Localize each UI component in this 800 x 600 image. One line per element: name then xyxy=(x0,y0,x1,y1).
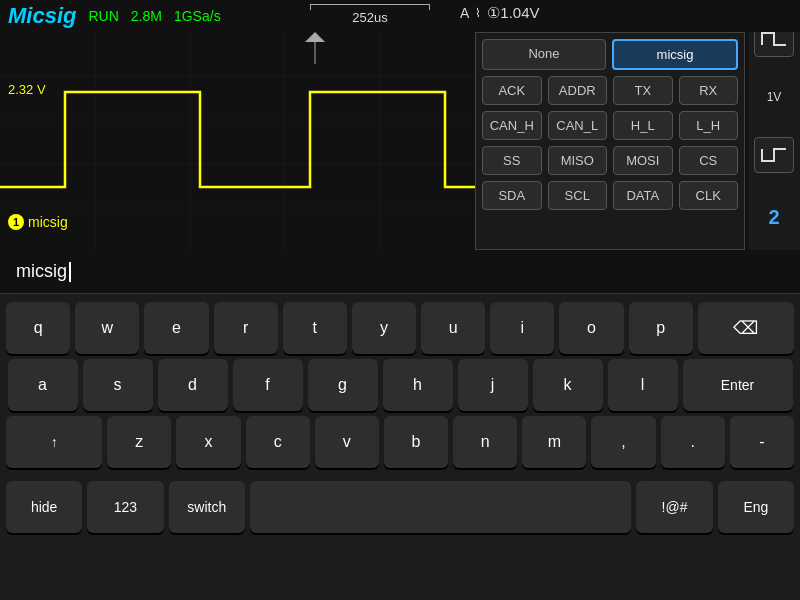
key-row-1: q w e r t y u i o p ⌫ xyxy=(6,302,794,354)
waveform-display: 2.32 V 1 micsig xyxy=(0,32,475,250)
key-h[interactable]: h xyxy=(383,359,453,411)
key-b[interactable]: b xyxy=(384,416,448,468)
key-w[interactable]: w xyxy=(75,302,139,354)
label-micsig[interactable]: micsig xyxy=(612,39,738,70)
space-key[interactable] xyxy=(250,481,632,533)
wave-btn-2[interactable] xyxy=(754,137,794,173)
cursor xyxy=(69,262,71,282)
key-j[interactable]: j xyxy=(458,359,528,411)
key-f[interactable]: f xyxy=(233,359,303,411)
label-row-4: SDA SCL DATA CLK xyxy=(482,181,738,210)
key-comma[interactable]: , xyxy=(591,416,655,468)
switch-button[interactable]: switch xyxy=(169,481,245,533)
waveform-type-icon: ⌇ xyxy=(475,6,481,20)
key-p[interactable]: p xyxy=(629,302,693,354)
key-i[interactable]: i xyxy=(490,302,554,354)
key-c[interactable]: c xyxy=(246,416,310,468)
header-bar: Micsig RUN 2.8M 1GSa/s 252us A ⌇ ①1.04V xyxy=(0,0,800,32)
label-row-0: None micsig xyxy=(482,39,738,70)
language-button[interactable]: Eng xyxy=(718,481,794,533)
label-l-h[interactable]: L_H xyxy=(679,111,739,140)
scope-area: Micsig RUN 2.8M 1GSa/s 252us A ⌇ ①1.04V xyxy=(0,0,800,250)
ch-letter: A xyxy=(460,5,469,21)
key-row-2: a s d f g h j k l Enter xyxy=(6,359,794,411)
label-mosi[interactable]: MOSI xyxy=(613,146,673,175)
enter-key[interactable]: Enter xyxy=(683,359,793,411)
special-chars-button[interactable]: !@# xyxy=(636,481,712,533)
key-k[interactable]: k xyxy=(533,359,603,411)
label-can-l[interactable]: CAN_L xyxy=(548,111,608,140)
keyboard: q w e r t y u i o p ⌫ a s d f g h j k l … xyxy=(0,294,800,477)
key-e[interactable]: e xyxy=(144,302,208,354)
key-r[interactable]: r xyxy=(214,302,278,354)
label-miso[interactable]: MISO xyxy=(548,146,608,175)
label-addr[interactable]: ADDR xyxy=(548,76,608,105)
run-status: RUN xyxy=(88,8,118,24)
samplerate: 1GSa/s xyxy=(174,8,221,24)
backspace-key[interactable]: ⌫ xyxy=(698,302,794,354)
label-row-3: SS MISO MOSI CS xyxy=(482,146,738,175)
key-d[interactable]: d xyxy=(158,359,228,411)
wave-svg xyxy=(0,32,475,250)
bandwidth: 2.8M xyxy=(131,8,162,24)
label-sda[interactable]: SDA xyxy=(482,181,542,210)
hide-button[interactable]: hide xyxy=(6,481,82,533)
label-tx[interactable]: TX xyxy=(613,76,673,105)
label-data[interactable]: DATA xyxy=(613,181,673,210)
key-t[interactable]: t xyxy=(283,302,347,354)
keyboard-area: micsig q w e r t y u i o p ⌫ a s d f g h… xyxy=(0,250,800,600)
key-l[interactable]: l xyxy=(608,359,678,411)
key-x[interactable]: x xyxy=(176,416,240,468)
logo: Micsig xyxy=(8,3,76,29)
key-s[interactable]: s xyxy=(83,359,153,411)
key-u[interactable]: u xyxy=(421,302,485,354)
numeric-button[interactable]: 123 xyxy=(87,481,163,533)
label-clk[interactable]: CLK xyxy=(679,181,739,210)
timebase: 252us xyxy=(310,4,430,25)
ch-number-icon: 1 xyxy=(8,214,24,230)
label-cs[interactable]: CS xyxy=(679,146,739,175)
voltage-reading: ①1.04V xyxy=(487,4,539,22)
channel-info: A ⌇ ①1.04V xyxy=(460,4,540,22)
key-a[interactable]: a xyxy=(8,359,78,411)
label-none[interactable]: None xyxy=(482,39,606,70)
key-v[interactable]: v xyxy=(315,416,379,468)
volt-label: 1V xyxy=(767,90,782,104)
input-display: micsig xyxy=(0,250,800,294)
key-z[interactable]: z xyxy=(107,416,171,468)
label-ss[interactable]: SS xyxy=(482,146,542,175)
channel-label: 1 micsig xyxy=(8,214,68,230)
key-row-3: ↑ z x c v b n m , . - xyxy=(6,416,794,468)
label-ack[interactable]: ACK xyxy=(482,76,542,105)
key-o[interactable]: o xyxy=(559,302,623,354)
label-row-2: CAN_H CAN_L H_L L_H xyxy=(482,111,738,140)
label-panel: None micsig ACK ADDR TX RX CAN_H CAN_L H… xyxy=(475,32,745,250)
key-g[interactable]: g xyxy=(308,359,378,411)
label-scl[interactable]: SCL xyxy=(548,181,608,210)
shift-key[interactable]: ↑ xyxy=(6,416,102,468)
bottom-function-row: hide 123 switch !@# Eng xyxy=(0,481,800,533)
label-can-h[interactable]: CAN_H xyxy=(482,111,542,140)
right-sidebar: 1V 2 xyxy=(748,0,800,250)
svg-marker-8 xyxy=(305,32,325,42)
key-period[interactable]: . xyxy=(661,416,725,468)
key-y[interactable]: y xyxy=(352,302,416,354)
key-m[interactable]: m xyxy=(522,416,586,468)
label-h-l[interactable]: H_L xyxy=(613,111,673,140)
key-minus[interactable]: - xyxy=(730,416,794,468)
ch-name: micsig xyxy=(28,214,68,230)
voltage-scale-label: 2.32 V xyxy=(8,82,46,97)
label-rx[interactable]: RX xyxy=(679,76,739,105)
label-row-1: ACK ADDR TX RX xyxy=(482,76,738,105)
key-n[interactable]: n xyxy=(453,416,517,468)
key-q[interactable]: q xyxy=(6,302,70,354)
input-value: micsig xyxy=(16,261,67,282)
channel-number: 2 xyxy=(768,206,779,229)
